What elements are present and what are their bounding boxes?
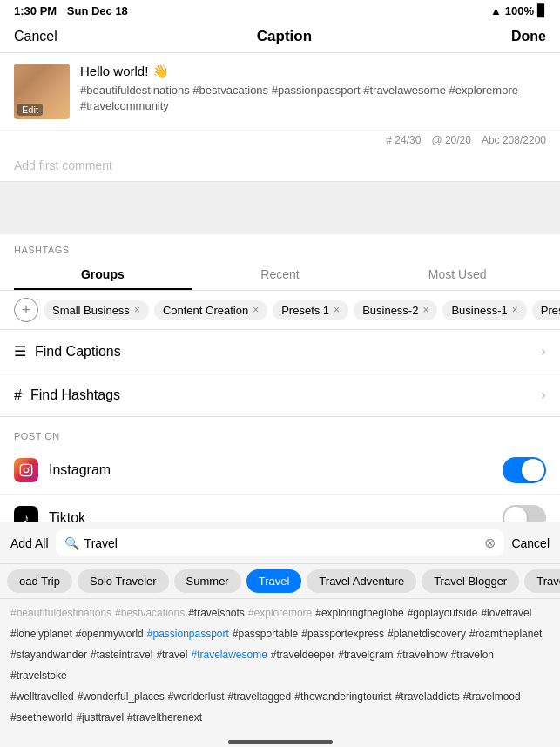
- tag-beautifuldestinations[interactable]: #beautifuldestinations: [10, 604, 111, 622]
- tag-seetheworld[interactable]: #seetheworld: [10, 709, 72, 726]
- battery-text: 100%: [505, 4, 534, 17]
- tag-planetdiscovery[interactable]: #planetdiscovery: [388, 625, 466, 643]
- stats-row: # 24/30 @ 20/20 Abc 208/2200: [0, 130, 560, 150]
- tag-tasteintravel[interactable]: #tasteintravel: [91, 646, 152, 663]
- tag-bestvacations[interactable]: #bestvacations: [115, 604, 185, 622]
- tag-stayandwander[interactable]: #stayandwander: [10, 646, 87, 663]
- find-hashtags-label: Find Hashtags: [30, 387, 541, 403]
- cat-summer[interactable]: Summer: [174, 569, 241, 593]
- tag-justtravel[interactable]: #justtravel: [76, 709, 124, 726]
- nav-bar: Cancel Caption Done: [0, 21, 560, 53]
- lines-icon: ☰: [14, 343, 26, 360]
- home-bar: [228, 740, 333, 744]
- add-all-button[interactable]: Add All: [10, 536, 49, 550]
- tag-traveltagged[interactable]: #traveltagged: [227, 688, 291, 705]
- chip-close-business-2[interactable]: ×: [422, 304, 428, 316]
- done-button[interactable]: Done: [511, 29, 546, 44]
- tag-traveldeeper[interactable]: #traveldeeper: [271, 646, 334, 663]
- cat-travel-blogger[interactable]: Travel Blogger: [422, 569, 519, 593]
- clear-search-button[interactable]: ⊗: [484, 535, 496, 551]
- chip-small-business[interactable]: Small Business ×: [44, 300, 149, 320]
- cat-travel-adventure[interactable]: Travel Adventure: [307, 569, 416, 593]
- caption-text-area: Hello world! 👋 #beautifuldestinations #b…: [80, 64, 546, 114]
- chip-presets[interactable]: Presets ×: [532, 300, 560, 320]
- chip-close-content-creation[interactable]: ×: [253, 304, 259, 316]
- cat-solo-traveler[interactable]: Solo Traveler: [78, 569, 169, 593]
- hashtag-row-5: #seetheworld #justtravel #traveltherenex…: [10, 709, 550, 726]
- tag-worlderlust[interactable]: #worlderlust: [168, 688, 225, 705]
- tag-travelawesome[interactable]: #travelawesome: [191, 646, 267, 663]
- status-bar: 1:30 PM Sun Dec 18 ▲ 100% ▊: [0, 0, 560, 21]
- tag-passportable[interactable]: #passportable: [233, 625, 298, 643]
- tag-passportexpress[interactable]: #passportexpress: [301, 625, 384, 643]
- cat-travel-couple[interactable]: Travel Couple: [524, 569, 560, 593]
- tag-exploremore[interactable]: #exploremore: [248, 604, 312, 622]
- chip-business-1[interactable]: Business-1 ×: [442, 300, 526, 320]
- tag-welltravelled[interactable]: #welltravelled: [10, 688, 74, 705]
- hashtag-row-1: #beautifuldestinations #bestvacations #t…: [10, 604, 550, 622]
- battery-icon: ▊: [537, 4, 546, 17]
- chip-business-2[interactable]: Business-2 ×: [354, 300, 437, 320]
- tag-roamtheplanet[interactable]: #roamtheplanet: [469, 625, 542, 643]
- search-row: Add All 🔍 ⊗ Cancel: [0, 522, 560, 564]
- cat-travel[interactable]: Travel: [246, 569, 302, 593]
- cancel-search-button[interactable]: Cancel: [511, 536, 550, 550]
- find-captions-row[interactable]: ☰ Find Captions ›: [0, 330, 560, 374]
- instagram-toggle[interactable]: [503, 457, 546, 483]
- tab-most-used[interactable]: Most Used: [368, 260, 546, 290]
- tag-traveladdicts[interactable]: #traveladdicts: [395, 688, 460, 705]
- chip-content-creation[interactable]: Content Creation ×: [154, 300, 267, 320]
- caption-area: Edit Hello world! 👋 #beautifuldestinatio…: [0, 53, 560, 130]
- edit-label[interactable]: Edit: [17, 104, 43, 116]
- search-input[interactable]: [84, 536, 480, 550]
- hashtag-grid: #beautifuldestinations #bestvacations #t…: [0, 599, 560, 735]
- hashtag-row-2: #lonelyplanet #openmyworld #passionpassp…: [10, 625, 550, 643]
- tab-groups[interactable]: Groups: [14, 260, 192, 290]
- wifi-icon: ▲: [490, 4, 502, 17]
- find-hashtags-row[interactable]: # Find Hashtags ›: [0, 374, 560, 417]
- tag-traveltherenext[interactable]: #traveltherenext: [127, 709, 202, 726]
- home-indicator: [0, 735, 560, 747]
- search-input-wrap: 🔍 ⊗: [56, 529, 505, 556]
- comment-row[interactable]: Add first comment: [0, 150, 560, 182]
- page-title: Caption: [257, 28, 312, 45]
- tag-lovetravel[interactable]: #lovetravel: [481, 604, 531, 622]
- tag-travelnow[interactable]: #travelnow: [397, 646, 448, 663]
- tag-travelgram[interactable]: #travelgram: [338, 646, 393, 663]
- tag-goplayoutside[interactable]: #goplayoutside: [408, 604, 478, 622]
- instagram-icon: [14, 458, 38, 482]
- chevron-right-icon-2: ›: [541, 386, 546, 404]
- tag-travelshots[interactable]: #travelshots: [188, 604, 245, 622]
- post-thumbnail[interactable]: Edit: [14, 64, 70, 119]
- tag-lonelyplanet[interactable]: #lonelyplanet: [10, 625, 72, 643]
- category-tabs: oad Trip Solo Traveler Summer Travel Tra…: [0, 564, 560, 599]
- tag-travel[interactable]: #travel: [156, 646, 187, 663]
- chip-presets-1[interactable]: Presets 1 ×: [273, 300, 348, 320]
- tab-recent[interactable]: Recent: [192, 260, 369, 290]
- hashtag-count: # 24/30: [386, 134, 421, 146]
- status-date: Sun Dec 18: [67, 4, 128, 17]
- chip-close-small-business[interactable]: ×: [134, 304, 140, 316]
- tag-thewanderingtourist[interactable]: #thewanderingtourist: [294, 688, 391, 705]
- cat-road-trip[interactable]: oad Trip: [7, 569, 72, 593]
- tag-openmyworld[interactable]: #openmyworld: [76, 625, 144, 643]
- add-chip-button[interactable]: +: [14, 298, 38, 322]
- find-captions-label: Find Captions: [35, 344, 541, 360]
- tag-passionpassport[interactable]: #passionpassport: [147, 625, 229, 643]
- hashtag-row-3: #stayandwander #tasteintravel #travel #t…: [10, 646, 550, 684]
- tag-travelstoke[interactable]: #travelstoke: [10, 667, 67, 684]
- chip-close-business-1[interactable]: ×: [512, 304, 518, 316]
- comment-placeholder: Add first comment: [14, 158, 112, 172]
- svg-point-1: [24, 468, 28, 472]
- tag-wonderful-places[interactable]: #wonderful_places: [78, 688, 165, 705]
- tag-exploringtheglobe[interactable]: #exploringtheglobe: [315, 604, 403, 622]
- chip-close-presets-1[interactable]: ×: [334, 304, 340, 316]
- caption-greeting: Hello world! 👋: [80, 64, 546, 79]
- tag-travelmood[interactable]: #travelmood: [463, 688, 521, 705]
- tag-travelon[interactable]: #travelon: [451, 646, 494, 663]
- cancel-button[interactable]: Cancel: [14, 29, 57, 44]
- post-on-header: POST ON: [0, 417, 560, 447]
- spacer: [0, 182, 560, 234]
- tag-chips-row: + Small Business × Content Creation × Pr…: [0, 291, 560, 330]
- search-icon: 🔍: [64, 536, 79, 550]
